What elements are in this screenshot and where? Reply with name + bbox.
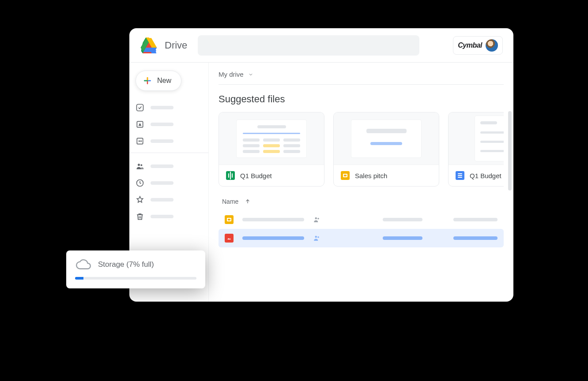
file-preview [334, 112, 439, 164]
file-card[interactable]: Sales pitch [333, 112, 439, 187]
sidebar-item-label [151, 181, 173, 185]
sidebar-item-label [151, 106, 173, 109]
file-card[interactable]: Q1 Budget [448, 112, 504, 187]
sidebar-item-shareddrives[interactable] [136, 134, 202, 148]
table-header[interactable]: Name [219, 198, 504, 210]
sidebar-item-label [151, 215, 173, 218]
arrow-up-icon [245, 198, 251, 205]
section-title: Suggested files [219, 93, 504, 105]
scrollbar[interactable] [508, 111, 512, 190]
file-preview [219, 112, 324, 164]
file-preview [449, 112, 504, 164]
cell-placeholder [383, 236, 422, 240]
column-name: Name [222, 198, 238, 205]
new-button-label: New [157, 77, 171, 85]
svg-point-20 [315, 217, 317, 220]
clock-icon [136, 179, 144, 187]
slides-icon [341, 171, 350, 180]
svg-point-18 [140, 164, 142, 166]
cell-placeholder [383, 218, 422, 221]
sidebar-item-mydrive[interactable] [136, 117, 202, 131]
breadcrumb-label: My drive [219, 71, 244, 78]
check-square-icon [136, 103, 144, 112]
drive-logo-icon [140, 37, 158, 54]
avatar[interactable] [486, 39, 498, 52]
table-row[interactable] [219, 229, 504, 247]
chevron-down-icon [248, 72, 253, 77]
cell-placeholder [453, 236, 498, 240]
image-icon [225, 234, 234, 243]
slides-icon [225, 215, 234, 224]
svg-point-17 [138, 164, 140, 166]
sheets-icon [226, 171, 235, 180]
workspace-brand[interactable]: Cymbal [453, 36, 503, 55]
main-content: My drive Suggested files [209, 63, 513, 302]
trash-icon [136, 212, 144, 221]
sidebar-item-label [151, 123, 173, 126]
cell-placeholder [453, 218, 498, 221]
storage-card[interactable]: Storage (7% full) [66, 250, 205, 288]
svg-rect-12 [137, 105, 143, 111]
drive-triangle-icon [136, 120, 144, 129]
sidebar-item-label [151, 198, 173, 202]
file-name: Q1 Budget [470, 172, 501, 179]
svg-point-15 [139, 140, 140, 142]
sidebar-item-shared[interactable] [136, 159, 202, 173]
storage-label: Storage (7% full) [98, 260, 154, 269]
sidebar-divider [129, 153, 208, 153]
shared-drive-icon [136, 137, 144, 146]
header: Drive Cymbal [129, 28, 513, 63]
sidebar-item-trash[interactable] [136, 209, 202, 224]
sidebar-item-starred[interactable] [136, 193, 202, 207]
people-icon [313, 216, 321, 224]
file-name: Q1 Budget [240, 172, 272, 179]
sidebar-item-label [151, 164, 173, 168]
breadcrumb[interactable]: My drive [219, 71, 253, 84]
file-name: Sales pitch [355, 172, 387, 179]
cell-placeholder [242, 218, 304, 221]
new-button[interactable]: New [136, 71, 181, 91]
star-icon [136, 195, 144, 204]
people-icon [136, 162, 144, 171]
suggested-files-row: Q1 Budget Sales pitch [219, 112, 504, 187]
people-icon [313, 234, 321, 242]
sidebar-item-priority[interactable] [136, 101, 202, 115]
table-row[interactable] [219, 210, 504, 229]
cloud-icon [75, 258, 92, 271]
svg-point-23 [317, 236, 319, 238]
svg-point-21 [317, 218, 319, 220]
sidebar-item-recent[interactable] [136, 176, 202, 190]
svg-point-22 [315, 236, 317, 238]
divider [219, 84, 504, 85]
app-title: Drive [165, 40, 187, 51]
search-input[interactable] [198, 35, 419, 56]
storage-progress-fill [75, 277, 83, 280]
plus-icon [143, 76, 152, 85]
storage-progress [75, 277, 196, 280]
svg-point-16 [140, 140, 142, 142]
docs-icon [456, 171, 464, 180]
cell-placeholder [242, 236, 304, 240]
brand-name: Cymbal [458, 41, 482, 49]
sidebar-item-label [151, 139, 173, 143]
file-card[interactable]: Q1 Budget [219, 112, 324, 187]
